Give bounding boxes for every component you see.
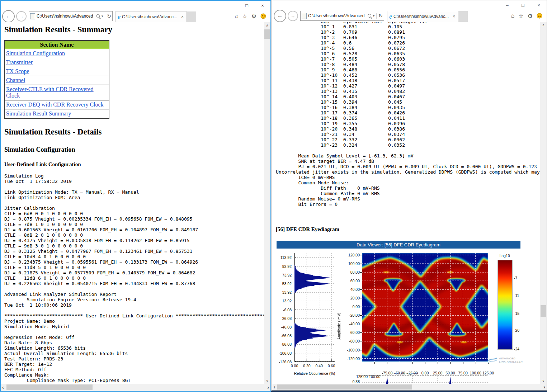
ie-logo-icon: e <box>118 14 121 20</box>
toc-link-4[interactable]: Channel <box>6 77 25 83</box>
maximize-button[interactable]: □ <box>515 0 531 10</box>
toc-link-5[interactable]: Receiver-CTLE with CDR Recovered Clock <box>6 86 94 99</box>
close-button[interactable]: × <box>255 1 270 10</box>
amplitude-histogram-plot <box>294 253 335 362</box>
time-histogram-y-tick-label: 0.38 <box>347 379 360 384</box>
tab-close-icon[interactable]: × <box>452 14 456 19</box>
eye-y-tick-label: 120.00 <box>348 253 360 257</box>
scrollbar-thumb[interactable] <box>541 305 546 317</box>
browser-tab[interactable]: e C:\Users\hsinhowu\Advanc... × <box>387 11 458 22</box>
amp-y-tick-label: 53.92 <box>282 282 292 286</box>
toc-cell: Receiver-DEQ with CDR Recovery Clock <box>5 100 109 109</box>
left-page-content: Simulation Results - Summary Section Nam… <box>1 22 264 384</box>
colorbar <box>498 260 513 350</box>
forward-button[interactable]: → <box>16 11 27 22</box>
amp-y-tick-label: -66.08 <box>281 334 292 338</box>
chevron-down-icon[interactable]: ▾ <box>102 14 103 18</box>
address-bar[interactable]: C:\Users\hsinhowu\Advanced ▾ ↻ <box>300 11 384 21</box>
address-bar[interactable]: C:\Users\hsinhowu\Advanced ▾ ↻ <box>29 11 113 21</box>
eye-x-tickmark <box>400 362 400 364</box>
forward-button[interactable]: → <box>288 11 298 21</box>
home-icon[interactable]: ⌂ <box>235 13 239 19</box>
amp-y-tick-label: -6.08 <box>283 308 292 312</box>
eye-x-tickmarks <box>362 362 488 364</box>
eye-x-tick-label: 125.00 <box>480 371 497 375</box>
horizontal-scrollbar[interactable]: ‹ › <box>272 384 547 390</box>
minimize-button[interactable]: – <box>499 0 515 10</box>
toc-link-1[interactable]: Simulation Configuration <box>6 50 65 56</box>
summary-title: Simulation Results - Summary <box>4 25 264 34</box>
scrollbar-thumb[interactable] <box>6 384 93 390</box>
refresh-icon[interactable]: ↻ <box>107 13 111 19</box>
toc-link-3[interactable]: TX Scope <box>6 68 29 74</box>
feedback-smiley-icon[interactable] <box>260 13 266 19</box>
feedback-smiley-icon[interactable] <box>537 13 542 19</box>
scrollbar-thumb[interactable] <box>277 384 412 389</box>
home-icon[interactable]: ⌂ <box>511 13 515 19</box>
eye-y-tick-label: -60.00 <box>349 330 360 335</box>
horizontal-scrollbar[interactable]: ‹ › <box>1 384 270 391</box>
maximize-button[interactable]: □ <box>239 1 255 10</box>
ber-table-and-summary: BER Eye Width (UI) Eye Height (V) 10^-1 … <box>276 22 540 207</box>
amp-y-tick-label: 73.92 <box>282 273 292 277</box>
tab-title[interactable]: C:\Users\hsinhowu\Advanc... <box>393 14 452 19</box>
favorites-icon[interactable]: ☆ <box>242 13 247 20</box>
search-icon[interactable] <box>368 14 371 18</box>
amp-x-tick-label: 0.40 <box>313 364 325 368</box>
colorbar-tick-label: -20 <box>514 328 519 332</box>
eye-x-tickmark <box>450 362 451 364</box>
scroll-left-arrow[interactable]: ‹ <box>2 384 4 391</box>
favorites-icon[interactable]: ☆ <box>518 13 523 19</box>
page-icon <box>302 13 307 19</box>
close-button[interactable]: × <box>531 0 547 10</box>
eye-y-tick-label: -40.00 <box>349 322 360 326</box>
minimize-button[interactable]: – <box>223 1 239 10</box>
toc-link-7[interactable]: Simulation Result Summary <box>6 110 71 117</box>
section-toc-table: Section Name Simulation ConfigurationTra… <box>4 40 109 119</box>
url-text[interactable]: C:\Users\hsinhowu\Advanced <box>37 14 96 19</box>
eye-x-tickmark <box>463 362 463 364</box>
vertical-scrollbar[interactable]: ∧ ∨ <box>264 22 270 384</box>
url-text[interactable]: C:\Users\hsinhowu\Advanced <box>308 13 368 18</box>
logo-swoosh-icon <box>487 356 498 364</box>
scroll-left-arrow[interactable]: ‹ <box>274 384 275 390</box>
toc-link-6[interactable]: Receiver-DEQ with CDR Recovery Clock <box>6 101 104 108</box>
scroll-down-arrow[interactable]: ∨ <box>264 379 270 383</box>
scroll-up-arrow[interactable]: ∧ <box>264 23 270 27</box>
chevron-down-icon[interactable]: ▾ <box>373 14 375 18</box>
eye-heatmap-svg <box>362 253 488 362</box>
browser-window-left: – □ × ← → C:\Users\hsinhowu\Advanced ▾ ↻… <box>0 0 271 392</box>
scroll-right-arrow[interactable]: › <box>543 384 545 390</box>
divider <box>105 13 105 19</box>
back-button[interactable]: ← <box>2 10 15 23</box>
time-histogram-title-clipped: Time Histogram <box>380 373 430 376</box>
vertical-scrollbar[interactable]: ∧ ∨ <box>540 22 547 384</box>
browser-window-right: – □ × ← → C:\Users\hsinhowu\Advanced ▾ ↻… <box>272 0 547 391</box>
back-button[interactable]: ← <box>274 10 286 22</box>
settings-icon[interactable]: ⚙ <box>528 13 533 19</box>
new-tab-button[interactable] <box>187 11 196 22</box>
colorbar-tick-label: -24 <box>514 347 519 351</box>
toc-cell: Simulation Configuration <box>5 49 109 58</box>
eye-y-tick-label: 0.00 <box>353 304 360 309</box>
eye-x-tickmark <box>425 362 425 364</box>
toc-cell: Transmitter <box>5 58 109 67</box>
toc-row: TX Scope <box>5 67 109 76</box>
scroll-up-arrow[interactable]: ∧ <box>540 23 547 27</box>
search-icon[interactable] <box>96 14 100 18</box>
eye-y-tick-label: 60.00 <box>350 279 360 283</box>
scroll-down-arrow[interactable]: ∨ <box>540 379 547 383</box>
scrollbar-thumb[interactable] <box>264 29 270 39</box>
browser-tab[interactable]: e C:\Users\hsinhowu\Advanc... × <box>115 11 187 22</box>
settings-icon[interactable]: ⚙ <box>251 13 256 20</box>
eyediagram-figure: 113.9293.9273.9253.9233.9213.92-6.08-26.… <box>272 250 539 384</box>
eye-x-tickmark <box>374 362 375 364</box>
refresh-icon[interactable]: ↻ <box>378 13 383 19</box>
scroll-right-arrow[interactable]: › <box>267 384 269 391</box>
toc-row: Simulation Configuration <box>5 49 109 58</box>
toc-link-2[interactable]: Transmitter <box>6 59 33 65</box>
amp-x-tick-label: 0.00 <box>289 364 300 368</box>
tab-close-icon[interactable]: × <box>180 14 184 19</box>
new-tab-button[interactable] <box>458 11 468 22</box>
tab-title[interactable]: C:\Users\hsinhowu\Advanc... <box>122 14 180 19</box>
